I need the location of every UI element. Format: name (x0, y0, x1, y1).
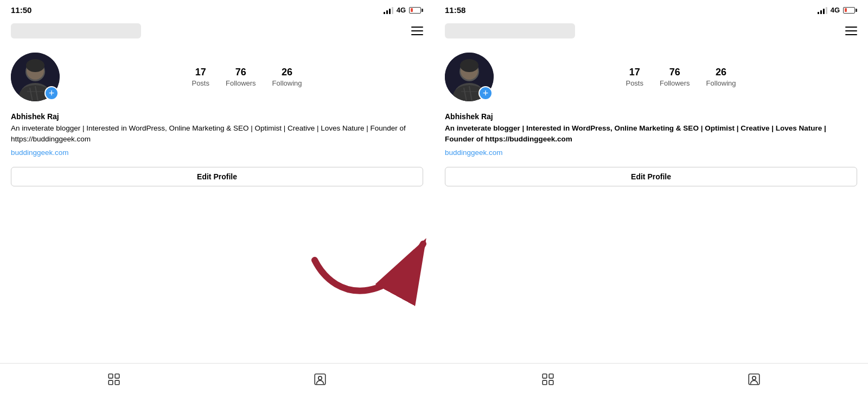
hamburger-line-r3 (845, 34, 857, 35)
following-label-left: Following (272, 79, 302, 87)
signal-bar-r3 (823, 9, 825, 14)
plus-badge-right[interactable]: + (478, 86, 493, 100)
svg-point-14 (318, 377, 322, 380)
svg-rect-25 (549, 374, 553, 378)
bio-text-left: An inveterate blogger | Interested in Wo… (11, 123, 423, 145)
stat-posts-left[interactable]: 17 Posts (192, 67, 209, 87)
following-label-right: Following (706, 79, 736, 87)
bio-link-right[interactable]: buddinggeek.com (445, 148, 503, 157)
battery-left (409, 7, 423, 14)
bottom-nav-left (0, 363, 434, 395)
bottom-nav-right (434, 363, 868, 395)
posts-number-left: 17 (195, 67, 206, 78)
svg-rect-24 (542, 374, 547, 378)
svg-rect-27 (549, 380, 553, 385)
status-bar-left: 11:50 4G (0, 0, 434, 17)
header-title-placeholder-right (445, 23, 575, 38)
svg-rect-9 (108, 374, 113, 378)
posts-label-left: Posts (192, 79, 209, 87)
avatar-container-right: + (445, 53, 494, 101)
hamburger-menu-left[interactable] (411, 27, 423, 35)
person-svg-left (313, 372, 327, 386)
plus-badge-left[interactable]: + (44, 86, 59, 100)
right-phone-panel: 11:58 4G (434, 0, 868, 395)
edit-profile-button-left[interactable]: Edit Profile (11, 167, 423, 186)
svg-rect-26 (542, 380, 547, 385)
following-number-left: 26 (282, 67, 292, 78)
edit-profile-button-right[interactable]: Edit Profile (445, 167, 857, 186)
bio-section-right: Abhishek Raj An inveterate blogger | Int… (434, 107, 868, 161)
signal-bar-r2 (820, 10, 822, 14)
stat-followers-left[interactable]: 76 Followers (226, 67, 256, 87)
left-phone-panel: 11:50 4G (0, 0, 434, 395)
avatar-container-left: + (11, 53, 60, 101)
header-right (434, 17, 868, 44)
grid-svg-left (107, 372, 121, 386)
signal-bar-4 (392, 7, 393, 14)
signal-bar-r4 (826, 7, 827, 14)
signal-right (818, 7, 827, 14)
svg-rect-12 (115, 380, 119, 385)
stats-row-left: 17 Posts 76 Followers 26 Following (71, 67, 423, 87)
stat-following-right[interactable]: 26 Following (706, 67, 736, 87)
following-number-right: 26 (716, 67, 726, 78)
stat-posts-right[interactable]: 17 Posts (626, 67, 643, 87)
hamburger-line-r2 (845, 30, 857, 31)
status-bar-right: 11:58 4G (434, 0, 868, 17)
hamburger-line-1 (411, 27, 423, 28)
bio-name-left: Abhishek Raj (11, 112, 423, 121)
person-svg-right (747, 372, 761, 386)
signal-bar-1 (384, 12, 385, 14)
stat-following-left[interactable]: 26 Following (272, 67, 302, 87)
profile-section-right: + 17 Posts 76 Followers 26 Following (434, 44, 868, 107)
svg-rect-10 (115, 374, 119, 378)
bio-text-right: An inveterate blogger | Interested in Wo… (445, 123, 857, 145)
header-left (0, 17, 434, 44)
svg-point-29 (752, 377, 756, 380)
status-icons-right: 4G (818, 6, 857, 14)
signal-left (384, 7, 393, 14)
profile-section-left: + 17 Posts 76 Followers 26 Following (0, 44, 434, 107)
stats-row-right: 17 Posts 76 Followers 26 Following (505, 67, 857, 87)
header-title-placeholder-left (11, 23, 141, 38)
signal-bar-r1 (818, 12, 819, 14)
bio-name-right: Abhishek Raj (445, 112, 857, 121)
followers-number-right: 76 (669, 67, 680, 78)
bio-link-left[interactable]: buddinggeek.com (11, 148, 69, 157)
posts-label-right: Posts (626, 79, 643, 87)
followers-number-left: 76 (235, 67, 246, 78)
svg-point-19 (460, 59, 478, 72)
svg-point-4 (26, 59, 44, 72)
grid-nav-icon-right[interactable] (540, 372, 556, 387)
time-right: 11:58 (445, 5, 465, 15)
grid-nav-icon-left[interactable] (106, 372, 122, 387)
stat-followers-right[interactable]: 76 Followers (660, 67, 690, 87)
network-left: 4G (397, 6, 406, 14)
followers-label-right: Followers (660, 79, 690, 87)
svg-rect-11 (108, 380, 113, 385)
bio-section-left: Abhishek Raj An inveterate blogger | Int… (0, 107, 434, 161)
hamburger-line-3 (411, 34, 423, 35)
grid-svg-right (541, 372, 555, 386)
status-icons-left: 4G (384, 6, 423, 14)
followers-label-left: Followers (226, 79, 256, 87)
posts-number-right: 17 (629, 67, 640, 78)
tagged-nav-icon-left[interactable] (312, 372, 328, 387)
tagged-nav-icon-right[interactable] (746, 372, 762, 387)
creative-tag: Creative (741, 124, 769, 132)
signal-bar-3 (389, 9, 391, 14)
battery-right (843, 7, 857, 14)
network-right: 4G (831, 6, 840, 14)
hamburger-line-2 (411, 30, 423, 31)
time-left: 11:50 (11, 5, 31, 15)
hamburger-line-r1 (845, 27, 857, 28)
loves-nature-tag: Loves Nature (776, 124, 822, 132)
signal-bar-2 (386, 10, 388, 14)
hamburger-menu-right[interactable] (845, 27, 857, 35)
